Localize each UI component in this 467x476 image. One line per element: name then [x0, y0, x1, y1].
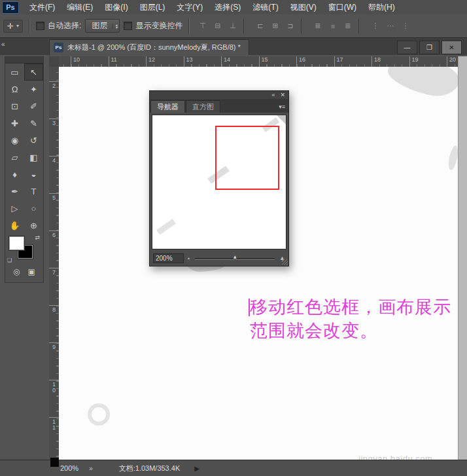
quick-mask-button[interactable]: ◎ [13, 267, 20, 276]
panel-menu-icon[interactable]: ▾≡ [279, 103, 288, 113]
toolbar-extras: ◎ ▣ [5, 264, 43, 282]
menu-item-0[interactable]: 文件(F) [24, 0, 61, 14]
status-expand-icon[interactable]: ▶ [194, 465, 199, 472]
distribute-bottom-edges-button[interactable]: ≣ [341, 20, 355, 32]
auto-select-checkbox[interactable]: 自动选择: [36, 20, 81, 31]
navigator-proxy-rectangle[interactable] [215, 126, 279, 190]
type-tool[interactable]: T [24, 183, 43, 200]
show-transform-checkbox[interactable]: 显示变换控件 [124, 20, 182, 31]
menu-item-5[interactable]: 选择(S) [209, 0, 247, 14]
lasso-tool[interactable]: Ω [5, 81, 24, 98]
zoom-out-icon[interactable]: ▲ [187, 255, 190, 261]
rectangular-marquee-tool[interactable]: ▭ [5, 64, 24, 81]
zoom-slider[interactable]: ▲ [194, 254, 276, 262]
auto-select-target-dropdown[interactable]: 图层 ▴▾ [85, 19, 120, 33]
navigator-zoom-field[interactable]: 200% [153, 253, 184, 263]
ruler-mark-13: 13 [184, 56, 193, 67]
tab-bar: « Ps 未标题-1 @ 200% (百度ID：sunnyMelody夏, RG… [0, 38, 467, 55]
watermark-shape [277, 115, 286, 124]
collapse-toolbar-icon[interactable]: « [1, 41, 5, 48]
tab-navigator[interactable]: 导航器 [150, 100, 185, 113]
menu-item-1[interactable]: 编辑(E) [61, 0, 99, 14]
blur-tool[interactable]: ♦ [5, 166, 24, 183]
brush-tool[interactable]: ✎ [24, 115, 43, 132]
zoom-level-field[interactable]: 200% [60, 464, 78, 472]
history-brush-tool[interactable]: ↺ [24, 132, 43, 149]
align-right-edges-button[interactable]: ⊐ [283, 20, 297, 32]
minimize-button[interactable]: — [397, 41, 417, 54]
quick-selection-tool[interactable]: ✦ [24, 81, 43, 98]
ruler-mark-10: 1 0 [49, 380, 59, 394]
swap-colors-icon[interactable]: ⇄ [35, 234, 40, 241]
hand-tool[interactable]: ✋ [5, 217, 24, 234]
menu-item-7[interactable]: 视图(V) [285, 0, 322, 14]
align-bottom-edges-button[interactable]: ⊥ [226, 20, 239, 32]
photoshop-logo-icon: Ps [2, 1, 19, 14]
path-selection-tool[interactable]: ▷ [5, 200, 24, 217]
navigator-preview[interactable] [152, 115, 286, 249]
separator [243, 19, 250, 33]
pen-tool[interactable]: ✒ [5, 183, 24, 200]
ruler-mark-11: 11 [109, 56, 117, 67]
zoom-tool[interactable]: ⊕ [24, 217, 43, 234]
shape-tool[interactable]: ○ [24, 200, 43, 217]
eraser-tool[interactable]: ▱ [5, 149, 24, 166]
distribute-left-edges-button[interactable]: ⋮ [368, 20, 382, 32]
default-colors-icon[interactable]: ❏ [7, 257, 12, 263]
menu-item-8[interactable]: 窗口(W) [322, 0, 362, 14]
collapse-panel-icon[interactable]: « [271, 91, 275, 100]
spot-healing-brush-tool[interactable]: ✚ [5, 115, 24, 132]
screen-mode-button[interactable]: ▣ [28, 267, 35, 276]
distribute-right-edges-button[interactable]: ⋮ [398, 20, 412, 32]
show-transform-label: 显示变换控件 [135, 20, 182, 31]
document-info: 文档:1.03M/353.4K [119, 464, 181, 473]
navigator-panel: « ✕ 导航器 直方图 ▾≡ 200% ▲ [149, 90, 289, 266]
status-icon[interactable]: » [89, 465, 93, 472]
vertical-scrollbar[interactable] [458, 56, 467, 460]
menu-item-6[interactable]: 滤镜(T) [247, 0, 284, 14]
move-tool[interactable]: ↖ [24, 64, 43, 81]
ruler-origin[interactable] [49, 56, 60, 67]
menu-item-2[interactable]: 图像(I) [99, 0, 133, 14]
separator [358, 19, 365, 33]
menu-item-3[interactable]: 图层(L) [134, 0, 171, 14]
scroll-corner [50, 458, 59, 467]
stepper-icon[interactable]: ▴▾ [112, 24, 117, 29]
align-left-edges-button[interactable]: ⊏ [253, 20, 267, 32]
checkbox-icon[interactable] [124, 22, 132, 30]
align-horizontal-centers-button[interactable]: ⊞ [268, 20, 282, 32]
workspace: ▭↖Ω✦⊡✐✚✎◉↺▱◧♦◒✒T▷○✋⊕ ⇄ ❏ ◎ ▣ 10111213141… [0, 55, 467, 460]
zoom-slider-thumb[interactable]: ▲ [232, 254, 237, 260]
align-top-edges-button[interactable]: ⊤ [196, 20, 209, 32]
distribute-vertical-centers-button[interactable]: ≡ [326, 20, 339, 32]
ruler-mark-10: 10 [71, 56, 80, 67]
align-buttons-group: ⊤⊟⊥⊏⊞⊐≣≡≣⋮⋯⋮ [196, 19, 412, 33]
dodge-tool[interactable]: ◒ [24, 166, 43, 183]
close-panel-icon[interactable]: ✕ [280, 91, 285, 100]
checkbox-icon[interactable] [36, 22, 44, 30]
align-vertical-centers-button[interactable]: ⊟ [211, 20, 224, 32]
distribute-horizontal-centers-button[interactable]: ⋯ [383, 20, 397, 32]
tools-panel-header[interactable] [5, 57, 43, 64]
distribute-top-edges-button[interactable]: ≣ [311, 20, 324, 32]
color-swatches: ⇄ ❏ [5, 234, 43, 264]
eyedropper-tool[interactable]: ✐ [24, 98, 43, 115]
tool-preset-picker[interactable]: ✛ ▾ [3, 20, 23, 33]
clone-stamp-tool[interactable]: ◉ [5, 132, 24, 149]
navigator-panel-header[interactable]: « ✕ [150, 91, 288, 100]
foreground-color-swatch[interactable] [9, 236, 24, 250]
maximize-button[interactable]: ❐ [419, 41, 440, 54]
canvas[interactable]: « ✕ 导航器 直方图 ▾≡ 200% ▲ [59, 67, 458, 460]
close-button[interactable]: ✕ [441, 41, 462, 54]
gradient-tool[interactable]: ◧ [24, 149, 43, 166]
horizontal-ruler: 1011121314151617181920 [59, 56, 458, 67]
menu-item-4[interactable]: 文字(Y) [171, 0, 209, 14]
dropdown-value: 图层 [92, 20, 107, 31]
document-tab[interactable]: Ps 未标题-1 @ 200% (百度ID：sunnyMelody夏, RGB/… [49, 39, 249, 55]
ruler-mark-15: 15 [259, 56, 268, 67]
ruler-mark-9: 9 [49, 342, 59, 350]
crop-tool[interactable]: ⊡ [5, 98, 24, 115]
panel-resize-grip[interactable] [282, 259, 288, 265]
tab-histogram[interactable]: 直方图 [186, 100, 220, 113]
menu-item-9[interactable]: 帮助(H) [362, 0, 401, 14]
